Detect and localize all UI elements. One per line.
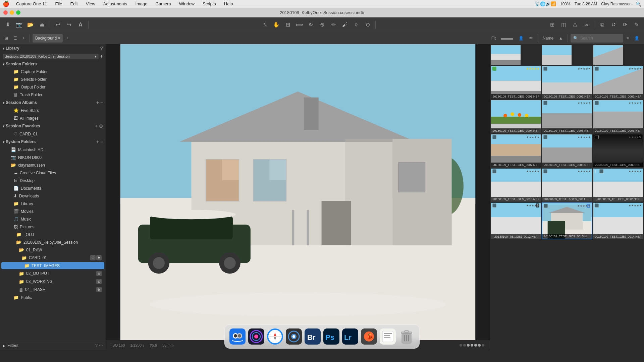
- thumb-checkbox[interactable]: [544, 204, 548, 208]
- thumb-partial-1[interactable]: [491, 45, 521, 65]
- thumb-partial-2[interactable]: [542, 45, 572, 65]
- thumb-checkbox[interactable]: [595, 67, 599, 71]
- thumb-checkbox[interactable]: [595, 203, 599, 207]
- cursor-tool[interactable]: ↖: [260, 20, 270, 30]
- table-row[interactable]: ★★★★★ 20180109_TEST...GES_0002.NEF: [542, 66, 592, 99]
- dock-bridge[interactable]: Br: [304, 328, 321, 345]
- thumb-checkbox[interactable]: [543, 135, 547, 139]
- table-row[interactable]: ⟩ ★★★★★ 20180109_TE...GES_0012.NEF: [593, 168, 643, 202]
- dock-script-editor[interactable]: [379, 328, 396, 345]
- menu-edit[interactable]: Edit: [69, 1, 79, 7]
- menu-scripts[interactable]: Scripts: [201, 1, 217, 7]
- clayrasmussen-item[interactable]: 📂 clayrasmussen: [1, 162, 104, 169]
- library-view-btn[interactable]: ⊞: [3, 34, 10, 43]
- menu-image[interactable]: Image: [134, 1, 149, 7]
- draw-tool[interactable]: ✏: [328, 20, 338, 30]
- album-options-btn[interactable]: –: [100, 100, 103, 105]
- session-folders-header[interactable]: ▾ Session Folders: [0, 60, 106, 68]
- raw-item[interactable]: 📂 01_RAW: [1, 246, 104, 253]
- test-images-item[interactable]: 📁 TEST_IMAGES: [1, 262, 104, 269]
- add-favorite-btn[interactable]: +: [95, 123, 98, 129]
- search-options-btn[interactable]: ≡: [625, 34, 631, 43]
- all-images-item[interactable]: 🖼 All Images: [1, 115, 104, 122]
- dock-photoshop[interactable]: Ps: [323, 328, 340, 345]
- table-row[interactable]: 1 ★★★★★ 20180109_TE...GES_0012.NEF: [491, 202, 541, 239]
- session-selector[interactable]: Session: 20180109_KelbyOne_Session ▾: [3, 54, 99, 59]
- grid-view[interactable]: ⊞: [547, 20, 557, 30]
- downloads-item[interactable]: ⬇ Downloads: [1, 192, 104, 199]
- compare-view[interactable]: ◫: [558, 20, 569, 30]
- profile-btn[interactable]: 👤: [517, 34, 526, 43]
- edit-button[interactable]: ✎: [631, 20, 641, 30]
- rotate-tool[interactable]: ↻: [306, 20, 316, 30]
- table-row[interactable]: ★★★★★ 20180109_TEST...GES_0003.NEF: [593, 66, 643, 99]
- thumb-checkbox[interactable]: [595, 135, 599, 139]
- thumb-checkbox[interactable]: [599, 169, 603, 173]
- selects-folder-item[interactable]: 📁 Selects Folder: [1, 76, 104, 83]
- table-row[interactable]: 1 ★★★★★ 20180109_TEST...GES_0009.NEF: [593, 134, 643, 168]
- dock-unknown[interactable]: 💃: [360, 328, 378, 345]
- table-row[interactable]: ★★★★★ 20180109_TEST...GES_0006.NEF: [593, 100, 643, 133]
- add-album-btn[interactable]: +: [96, 100, 99, 105]
- add-background-btn[interactable]: +: [64, 34, 70, 43]
- thumb-checkbox[interactable]: [543, 101, 547, 105]
- redo-button[interactable]: ↪: [64, 20, 74, 30]
- capture-folder-item[interactable]: 📁 Capture Folder: [1, 68, 104, 75]
- crop-tool[interactable]: ⊞: [283, 20, 293, 30]
- thumb-checkbox[interactable]: [492, 203, 496, 207]
- nikon-d800-item[interactable]: 📷 NIKON D800: [1, 154, 104, 161]
- session-favorites-header[interactable]: ▾ Session Favorites + ⊕: [0, 122, 106, 130]
- hand-tool[interactable]: ✋: [271, 20, 281, 30]
- menu-adjustments[interactable]: Adjustments: [102, 1, 129, 7]
- menu-window[interactable]: Window: [178, 1, 196, 7]
- erase-tool[interactable]: ◊: [351, 20, 361, 30]
- thumb-checkbox[interactable]: [492, 67, 496, 71]
- table-row[interactable]: 2 ★★★★★ 20180109_TEST...GES_0013.NEF: [542, 202, 592, 239]
- maximize-button[interactable]: [16, 10, 20, 15]
- minimize-button[interactable]: [10, 10, 14, 15]
- desktop-item[interactable]: 🖥 Desktop: [1, 177, 104, 184]
- user-btn[interactable]: 👤: [632, 34, 641, 43]
- sort-name-btn[interactable]: Name: [541, 34, 555, 43]
- card-raw-item[interactable]: 📁 CARD_01 ♡ ⚑: [1, 254, 104, 261]
- table-row[interactable]: ★★★★★ 20180109_TEST...AGES_0011.NEF: [542, 168, 592, 202]
- output-badge-btn[interactable]: ⊕: [96, 271, 102, 276]
- trash-badge-btn[interactable]: 🗑: [96, 287, 102, 292]
- apple-menu[interactable]: 🍎: [3, 1, 9, 7]
- filter-info-btn[interactable]: ?: [95, 343, 98, 348]
- table-row[interactable]: ★★★★★ 20180109_TEST...GES_0007.NEF: [491, 134, 541, 168]
- background-selector[interactable]: Background ▾: [33, 34, 63, 43]
- table-row[interactable]: ★ ★ ★ ★ ★ 20180109_TEST...GES_0001.NEF: [491, 66, 541, 99]
- copy-settings[interactable]: ⧉: [597, 20, 607, 30]
- add-system-folder-btn[interactable]: +: [96, 139, 99, 144]
- close-button[interactable]: [3, 10, 8, 15]
- thumb-checkbox[interactable]: [543, 169, 547, 173]
- dock-siri[interactable]: [248, 328, 265, 345]
- search-box[interactable]: 🔍: [571, 34, 623, 43]
- card-01-favorite-item[interactable]: ♡ CARD_01: [1, 130, 104, 137]
- table-row[interactable]: ★★★★★ 20180109_TEST...GES_0010.NEF: [491, 168, 541, 202]
- trash-item[interactable]: 🗑 04_TRASH 🗑: [1, 286, 104, 293]
- brush-tool[interactable]: 🖌: [340, 20, 350, 30]
- old-item[interactable]: 📁 _OLD: [1, 231, 104, 238]
- pictures-item[interactable]: 🖼 Pictures: [1, 223, 104, 230]
- library-info-btn[interactable]: ?: [100, 46, 103, 51]
- sync-button[interactable]: ⟳: [620, 20, 630, 30]
- dock-trash[interactable]: [398, 328, 415, 345]
- dock-capture-one[interactable]: [285, 328, 303, 345]
- trash-folder-item[interactable]: 🗑 Trash Folder: [1, 91, 104, 98]
- remove-system-folder-btn[interactable]: –: [100, 139, 103, 144]
- eject-button[interactable]: ⏏: [37, 20, 47, 30]
- dock-safari[interactable]: [266, 328, 284, 345]
- sort-asc-btn[interactable]: ▲: [557, 34, 565, 43]
- public-item[interactable]: 📁 Public: [1, 294, 104, 301]
- thumb-checkbox[interactable]: [492, 135, 496, 139]
- heart-badge[interactable]: ♡: [90, 255, 96, 260]
- table-row[interactable]: ★★★★★ 20180109_TEST...GES_0004.NEF: [491, 100, 541, 133]
- dock-finder[interactable]: [229, 328, 246, 345]
- list-view-btn[interactable]: ☰: [11, 34, 19, 43]
- add-variant-btn[interactable]: +: [20, 34, 27, 43]
- thumb-checkbox[interactable]: [595, 101, 599, 105]
- fit-btn[interactable]: Fit: [489, 34, 498, 43]
- capture-button[interactable]: 📷: [14, 20, 24, 30]
